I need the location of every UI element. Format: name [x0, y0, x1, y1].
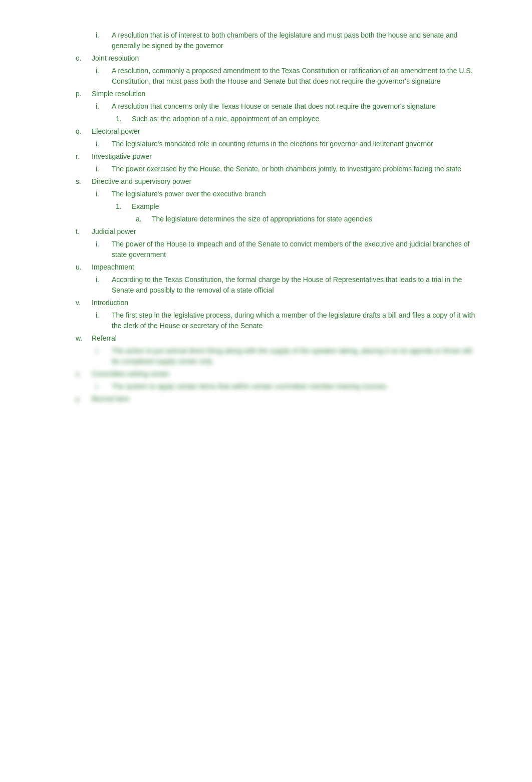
- list-item-blurred: x. Committee setting center: [76, 369, 476, 379]
- list-item: i. The legislature's power over the exec…: [96, 189, 476, 199]
- list-label: t.: [76, 226, 92, 237]
- list-text: Such as: the adoption of a rule, appoint…: [132, 114, 476, 124]
- list-label: v.: [76, 298, 92, 308]
- list-label: i.: [96, 310, 112, 321]
- list-item: q. Electoral power: [76, 126, 476, 137]
- list-item: r. Investigative power: [76, 151, 476, 162]
- list-label: y.: [76, 394, 92, 404]
- list-label: i.: [96, 381, 112, 392]
- list-item: i. The first step in the legislative pro…: [96, 310, 476, 331]
- list-label: s.: [76, 176, 92, 187]
- list-text: A resolution, commonly a proposed amendm…: [112, 66, 476, 87]
- list-item: i. The power exercised by the House, the…: [96, 164, 476, 174]
- list-text: A resolution that is of interest to both…: [112, 30, 476, 51]
- document-content: i. A resolution that is of interest to b…: [76, 30, 476, 404]
- list-item: o. Joint resolution: [76, 53, 476, 64]
- list-text: Example: [132, 201, 476, 212]
- list-text: Joint resolution: [92, 53, 476, 64]
- list-item-blurred: y. Blurred item: [76, 394, 476, 404]
- list-text: The power exercised by the House, the Se…: [112, 164, 476, 174]
- list-text: According to the Texas Constitution, the…: [112, 275, 476, 296]
- list-item: i. A resolution that concerns only the T…: [96, 101, 476, 112]
- list-text: Investigative power: [92, 151, 476, 162]
- list-label: i.: [96, 275, 112, 285]
- list-item: a. The legislature determines the size o…: [136, 214, 476, 224]
- list-text-blurred: Committee setting center: [92, 369, 476, 379]
- list-label: w.: [76, 333, 92, 344]
- list-item: i. A resolution that is of interest to b…: [96, 30, 476, 51]
- list-label: i.: [96, 30, 112, 41]
- list-label: u.: [76, 262, 92, 273]
- list-text: The legislature determines the size of a…: [152, 214, 476, 224]
- list-label: p.: [76, 89, 92, 99]
- list-item: s. Directive and supervisory power: [76, 176, 476, 187]
- list-label: x.: [76, 369, 92, 379]
- list-item-blurred: i. The action to put animal direct thing…: [96, 346, 476, 367]
- list-text: Introduction: [92, 298, 476, 308]
- list-item: u. Impeachment: [76, 262, 476, 273]
- list-label: i.: [96, 189, 112, 199]
- list-text: Referral: [92, 333, 476, 344]
- list-label: i.: [96, 66, 112, 76]
- list-label: i.: [96, 101, 112, 112]
- list-text: Simple resolution: [92, 89, 476, 99]
- list-item: v. Introduction: [76, 298, 476, 308]
- list-item: i. The legislature's mandated role in co…: [96, 139, 476, 149]
- list-label: i.: [96, 239, 112, 249]
- list-text: The power of the House to impeach and of…: [112, 239, 476, 260]
- list-item: t. Judicial power: [76, 226, 476, 237]
- list-label: i.: [96, 139, 112, 149]
- list-text: Judicial power: [92, 226, 476, 237]
- list-text-blurred: The action to put animal direct thing al…: [112, 346, 476, 367]
- list-label: 1.: [116, 114, 132, 124]
- list-item: w. Referral: [76, 333, 476, 344]
- list-label: r.: [76, 151, 92, 162]
- list-text: Electoral power: [92, 126, 476, 137]
- list-item: i. The power of the House to impeach and…: [96, 239, 476, 260]
- list-item: i. According to the Texas Constitution, …: [96, 275, 476, 296]
- list-item: 1. Example: [116, 201, 476, 212]
- directive-supervisory-power-text: Directive and supervisory power: [92, 176, 476, 187]
- list-text: The first step in the legislative proces…: [112, 310, 476, 331]
- list-label: i.: [96, 346, 112, 356]
- list-item: i. A resolution, commonly a proposed ame…: [96, 66, 476, 87]
- list-text: The legislature's mandated role in count…: [112, 139, 476, 149]
- list-item: 1. Such as: the adoption of a rule, appo…: [116, 114, 476, 124]
- list-label: a.: [136, 214, 152, 224]
- list-label: i.: [96, 164, 112, 174]
- list-item: p. Simple resolution: [76, 89, 476, 99]
- list-item-blurred: i. The system to apply certain items tha…: [96, 381, 476, 392]
- list-text: A resolution that concerns only the Texa…: [112, 101, 476, 112]
- list-label: o.: [76, 53, 92, 64]
- list-text-blurred: The system to apply certain items that w…: [112, 381, 476, 392]
- list-text: The legislature's power over the executi…: [112, 189, 476, 199]
- list-text-blurred: Blurred item: [92, 394, 476, 404]
- list-label: 1.: [116, 201, 132, 212]
- list-text: Impeachment: [92, 262, 476, 273]
- list-label: q.: [76, 126, 92, 137]
